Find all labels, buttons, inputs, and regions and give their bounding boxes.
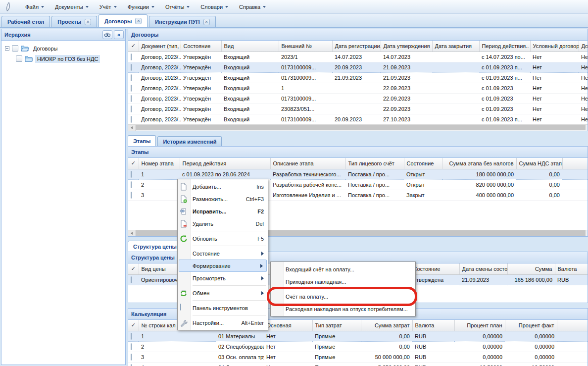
column-header[interactable]: Тип лицевого счёт (345, 158, 404, 169)
menu-item-exchange[interactable]: Обмен (178, 287, 268, 299)
row-checkbox[interactable] (131, 171, 132, 178)
table-row[interactable]: 303 Осн. оплата трудаНетПрямые50 000 000… (128, 352, 588, 362)
row-checkbox[interactable] (131, 343, 132, 350)
menubar-item[interactable]: Словари (195, 2, 234, 12)
submenu-item-incoming-invoice[interactable]: Входящий счёт на оплату... (271, 263, 415, 275)
table-row[interactable]: 404 Доп. оплата трудаНетПрямые5 250 000,… (128, 362, 588, 366)
column-header[interactable]: Документ (тип, № (139, 41, 181, 52)
menu-item-add[interactable]: Добавить... Ins (178, 180, 268, 193)
column-header[interactable]: Дог (579, 41, 588, 52)
column-header[interactable]: Сумма этапа без налогов (442, 158, 516, 169)
menubar-item[interactable]: Функции (122, 2, 160, 12)
row-checkbox[interactable] (131, 53, 132, 60)
table-row[interactable]: Договор, 2023/...УтверждёнВходящий017310… (128, 72, 588, 83)
column-header[interactable]: Номер этапа (139, 158, 180, 169)
column-header[interactable]: Состояние (181, 41, 221, 52)
scroll-left-button[interactable] (128, 125, 136, 131)
menubar-item[interactable]: Справка (234, 2, 271, 12)
column-header[interactable]: Период действия.. (479, 41, 530, 52)
row-checkbox[interactable] (131, 354, 132, 361)
row-checkbox[interactable] (12, 45, 18, 52)
column-header[interactable]: Валюта (555, 263, 588, 274)
column-header[interactable]: Процент факт (505, 320, 557, 331)
column-header[interactable]: Валюта (412, 320, 454, 331)
scrollbar-thumb[interactable] (136, 125, 586, 130)
stages-tab[interactable]: Этапы (128, 135, 156, 146)
column-header[interactable]: Сумма эт (562, 158, 588, 169)
row-checkbox[interactable] (131, 74, 132, 81)
table-row[interactable]: Договор, 2023/...УтверждёнВходящий122.09… (128, 83, 588, 93)
row-checkbox[interactable] (16, 55, 22, 62)
check-column-header[interactable]: ✓ (128, 320, 139, 331)
column-header[interactable]: Вид (221, 41, 279, 52)
row-checkbox[interactable] (131, 181, 132, 188)
menubar-item[interactable]: Учёт (94, 2, 122, 12)
column-header[interactable]: Дата регистрации. (332, 41, 381, 52)
table-row[interactable]: 202 СпецоборудованиеНетПрямые0,00RUB0,00… (128, 341, 588, 352)
check-column-header[interactable]: ✓ (128, 263, 139, 274)
row-checkbox[interactable] (131, 333, 132, 340)
main-tab[interactable]: Проекты× (51, 16, 97, 27)
row-checkbox[interactable] (131, 276, 132, 283)
column-header[interactable] (557, 320, 588, 331)
menu-item-toolbar[interactable]: Панель инструментов (178, 302, 268, 314)
column-header[interactable]: Сумма (507, 263, 555, 274)
row-checkbox[interactable] (131, 85, 132, 92)
row-checkbox[interactable] (131, 64, 132, 71)
menu-item-view[interactable]: Просмотреть (178, 272, 268, 284)
main-tab[interactable]: Рабочий стол (1, 16, 50, 27)
column-header[interactable]: Дата утверждения (381, 41, 432, 52)
column-header[interactable]: Тип затрат (312, 320, 361, 331)
column-header[interactable]: Состояние (410, 263, 459, 274)
column-header[interactable]: Процент план (454, 320, 505, 331)
table-row[interactable]: 1с 01.09.2023 по 28.06.2024Разработка те… (128, 169, 588, 179)
menubar-item[interactable]: Отчёты (160, 2, 195, 12)
menu-item-duplicate[interactable]: Размножить... Ctrl+F3 (178, 193, 268, 205)
submenu-item-receipt-note[interactable]: Приходная накладная... (271, 275, 415, 288)
column-header[interactable]: Основная (264, 320, 312, 331)
tab-price-structure[interactable]: Структура цены (128, 241, 182, 252)
menu-item-refresh[interactable]: Обновить F5 (178, 232, 268, 245)
row-checkbox[interactable] (131, 105, 132, 112)
close-tab-icon[interactable]: × (135, 18, 142, 24)
row-checkbox[interactable] (131, 116, 132, 123)
close-tab-icon[interactable]: × (85, 19, 91, 25)
row-checkbox[interactable] (131, 192, 132, 199)
collapse-node-icon[interactable] (5, 46, 9, 51)
check-column-header[interactable]: ✓ (128, 41, 139, 52)
column-header[interactable]: Условный договор (530, 41, 579, 52)
tree-node-root[interactable]: Договоры (1, 43, 125, 53)
row-checkbox[interactable] (131, 95, 132, 102)
menu-item-edit[interactable]: Исправить... F2 (178, 205, 268, 217)
menu-item-state[interactable]: Состояние (178, 247, 268, 260)
search-button[interactable] (102, 30, 112, 39)
column-header[interactable]: Сумма затрат (361, 320, 412, 331)
main-tab[interactable]: Инструкции ПУП× (149, 16, 215, 27)
main-tab[interactable]: Договоры× (98, 14, 147, 27)
row-checkbox[interactable] (131, 364, 132, 366)
check-column-header[interactable]: ✓ (128, 158, 139, 169)
column-header[interactable]: Внешний № (279, 41, 332, 52)
table-row[interactable]: 101 МатериалыНетПрямые0,00RUB0,000000,00… (128, 331, 588, 341)
close-tab-icon[interactable]: × (203, 19, 210, 25)
contracts-hscrollbar[interactable] (128, 124, 588, 131)
column-header[interactable]: Дата смены состояния (459, 263, 507, 274)
menubar-item[interactable]: Файл (20, 2, 49, 12)
table-row[interactable]: Договор, 2023/...УтверждёнВходящий230823… (128, 104, 588, 114)
table-row[interactable]: Договор, 2023/...УтверждёнВходящий017310… (128, 62, 588, 72)
stages-tab[interactable]: История изменений (157, 136, 222, 146)
collapse-panel-button[interactable]: « (114, 30, 124, 39)
menubar-item[interactable]: Документы (49, 2, 94, 12)
table-row[interactable]: Договор, 2023/...УтверждёнВходящий017310… (128, 93, 588, 104)
tree-node-child[interactable]: НИОКР по ГОЗ без НДС (1, 53, 125, 64)
column-header[interactable]: Описание этапа (270, 158, 345, 169)
column-header[interactable]: Дата закрытия (432, 41, 479, 52)
scroll-left-button[interactable] (128, 230, 136, 236)
table-row[interactable]: Договор, 2023/...УтверждёнВходящий017310… (128, 114, 588, 124)
column-header[interactable]: Сумма НДС этапа (516, 158, 562, 169)
submenu-item-payment-invoice[interactable]: Счёт на оплату... (271, 290, 415, 303)
menu-item-generate[interactable]: Формирование (179, 260, 267, 272)
column-header[interactable]: Состояние (404, 158, 442, 169)
table-row[interactable]: Договор, 2023/...УтверждёнВходящий2023/1… (128, 52, 588, 62)
menu-item-delete[interactable]: Удалить Del (178, 217, 268, 230)
